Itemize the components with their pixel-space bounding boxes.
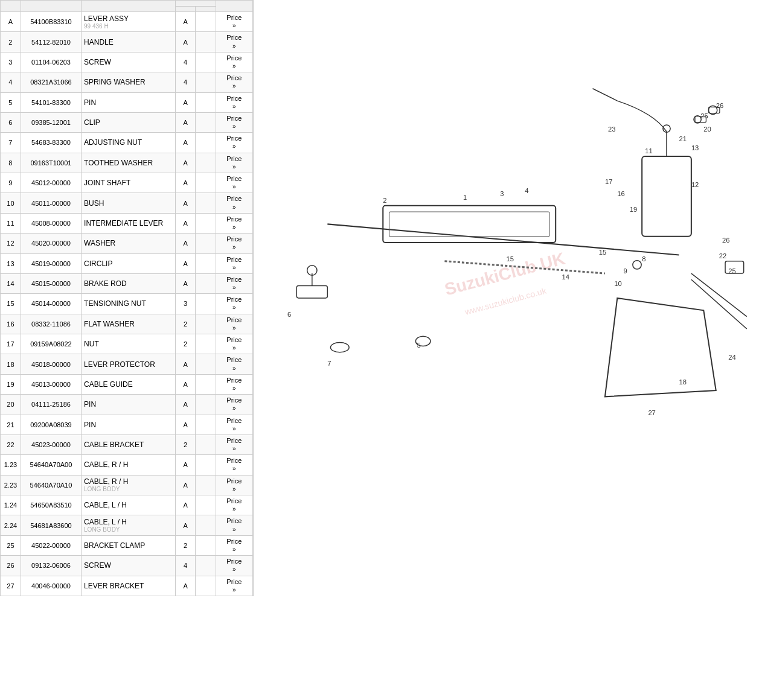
price-link[interactable]: Price»	[219, 276, 250, 291]
price-link[interactable]: Price»	[219, 396, 250, 412]
price-link[interactable]: Price»	[219, 235, 250, 251]
row-price[interactable]: Price»	[216, 294, 252, 314]
price-link[interactable]: Price»	[219, 457, 250, 472]
table-row: 5 54101-83300 PIN A Price»	[1, 92, 253, 112]
price-link[interactable]: Price»	[219, 34, 250, 49]
table-row: 19 45013-00000 CABLE GUIDE A Price»	[1, 374, 253, 394]
row-price[interactable]: Price»	[216, 173, 252, 193]
price-link[interactable]: Price»	[219, 316, 250, 332]
row-price[interactable]: Price»	[216, 92, 252, 112]
row-price[interactable]: Price»	[216, 515, 252, 535]
price-link[interactable]: Price»	[219, 477, 250, 493]
col-header-t	[196, 6, 216, 12]
price-link[interactable]: Price»	[219, 215, 250, 231]
row-price[interactable]: Price»	[216, 455, 252, 475]
row-price[interactable]: Price»	[216, 52, 252, 72]
price-link[interactable]: Price»	[219, 538, 250, 553]
price-link[interactable]: Price»	[219, 115, 250, 130]
table-row: 1.23 54640A70A00 CABLE, R / H A Price»	[1, 455, 253, 475]
svg-text:19: 19	[630, 206, 637, 213]
row-price[interactable]: Price»	[216, 576, 252, 596]
row-price[interactable]: Price»	[216, 193, 252, 213]
col-header-number-of	[175, 1, 216, 7]
row-article: 09163T10001	[21, 153, 81, 173]
price-link[interactable]: Price»	[219, 417, 250, 433]
row-article: 54101-83300	[21, 92, 81, 112]
price-link[interactable]: Price»	[219, 195, 250, 211]
row-price[interactable]: Price»	[216, 556, 252, 576]
row-id: 2.24	[1, 515, 21, 535]
row-name: CLIP	[82, 112, 176, 132]
price-link[interactable]: Price»	[219, 256, 250, 272]
row-price[interactable]: Price»	[216, 72, 252, 92]
col-header-price	[216, 1, 252, 12]
row-price[interactable]: Price»	[216, 112, 252, 132]
col-header-article	[21, 1, 81, 12]
row-price[interactable]: Price»	[216, 273, 252, 293]
row-y: A	[175, 173, 195, 193]
row-article: 45020-00000	[21, 234, 81, 253]
row-price[interactable]: Price»	[216, 133, 252, 153]
row-id: 1.24	[1, 495, 21, 515]
price-link[interactable]: Price»	[219, 497, 250, 513]
price-link[interactable]: Price»	[219, 437, 250, 453]
row-t	[196, 133, 216, 153]
price-link[interactable]: Price»	[219, 296, 250, 311]
row-price[interactable]: Price»	[216, 495, 252, 515]
row-price[interactable]: Price»	[216, 32, 252, 52]
price-link[interactable]: Price»	[219, 155, 250, 171]
row-article: 09132-06006	[21, 556, 81, 576]
row-price[interactable]: Price»	[216, 434, 252, 454]
row-t	[196, 556, 216, 576]
price-link[interactable]: Price»	[219, 336, 250, 352]
row-article: 45019-00000	[21, 253, 81, 273]
row-article: 01104-06203	[21, 52, 81, 72]
row-price[interactable]: Price»	[216, 395, 252, 415]
row-price[interactable]: Price»	[216, 475, 252, 495]
row-name: CIRCLIP	[82, 253, 176, 273]
row-article: 54640A70A00	[21, 455, 81, 475]
price-link[interactable]: Price»	[219, 54, 250, 70]
row-article: 09200A08039	[21, 415, 81, 434]
row-price[interactable]: Price»	[216, 253, 252, 273]
price-link[interactable]: Price»	[219, 558, 250, 573]
row-price[interactable]: Price»	[216, 354, 252, 374]
row-price[interactable]: Price»	[216, 213, 252, 233]
row-name: LEVER ASSY 99 436 H	[82, 12, 176, 32]
row-t	[196, 153, 216, 173]
row-price[interactable]: Price»	[216, 314, 252, 334]
row-name: INTERMEDIATE LEVER	[82, 213, 176, 233]
price-link[interactable]: Price»	[219, 74, 250, 90]
row-price[interactable]: Price»	[216, 12, 252, 32]
row-article: 54640A70A10	[21, 475, 81, 495]
row-name: LEVER BRACKET	[82, 576, 176, 596]
row-y: A	[175, 354, 195, 374]
row-id: 18	[1, 354, 21, 374]
row-price[interactable]: Price»	[216, 374, 252, 394]
svg-text:4: 4	[525, 187, 528, 194]
row-price[interactable]: Price»	[216, 153, 252, 173]
price-link[interactable]: Price»	[219, 135, 250, 150]
table-row: 14 45015-00000 BRAKE ROD A Price»	[1, 273, 253, 293]
row-article: 45008-00000	[21, 213, 81, 233]
table-row: 7 54683-83300 ADJUSTING NUT A Price»	[1, 133, 253, 153]
price-link[interactable]: Price»	[219, 578, 250, 594]
row-id: 4	[1, 72, 21, 92]
price-link[interactable]: Price»	[219, 14, 250, 30]
table-row: 11 45008-00000 INTERMEDIATE LEVER A Pric…	[1, 213, 253, 233]
svg-text:17: 17	[605, 178, 612, 185]
price-link[interactable]: Price»	[219, 175, 250, 191]
row-price[interactable]: Price»	[216, 535, 252, 555]
svg-text:14: 14	[562, 273, 569, 281]
parts-table: A 54100B83310 LEVER ASSY 99 436 H A Pric…	[0, 0, 253, 596]
row-name: CABLE, R / H	[82, 455, 176, 475]
price-link[interactable]: Price»	[219, 377, 250, 392]
row-price[interactable]: Price»	[216, 415, 252, 434]
price-link[interactable]: Price»	[219, 95, 250, 110]
row-price[interactable]: Price»	[216, 334, 252, 354]
price-link[interactable]: Price»	[219, 356, 250, 372]
price-link[interactable]: Price»	[219, 517, 250, 533]
row-price[interactable]: Price»	[216, 234, 252, 253]
row-t	[196, 72, 216, 92]
row-y: A	[175, 12, 195, 32]
